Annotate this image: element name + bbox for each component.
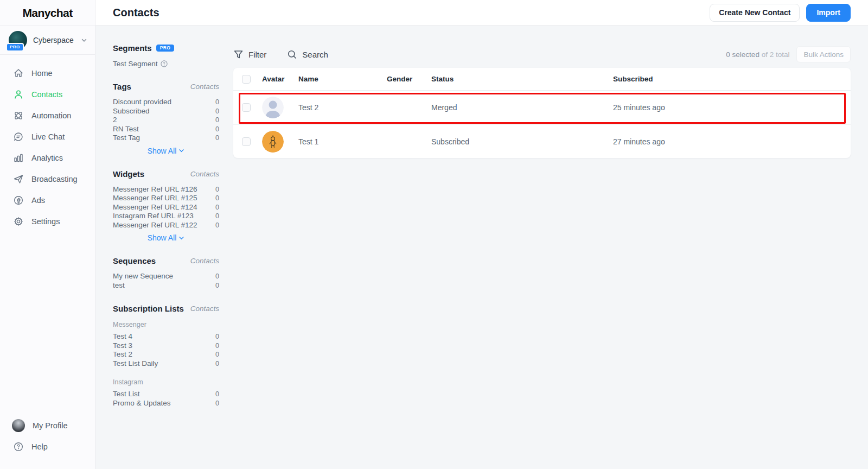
tag-count: 0	[215, 125, 219, 134]
question-circle-icon	[161, 60, 168, 67]
placeholder-avatar-icon	[262, 97, 284, 118]
widgets-show-all-link[interactable]: Show All	[113, 233, 219, 242]
contacts-icon	[13, 89, 24, 100]
contacts-column-label: Contacts	[190, 305, 219, 313]
segments-title: Segments	[113, 43, 152, 53]
list-item[interactable]: Test 40	[113, 332, 219, 341]
list-count: 0	[215, 332, 219, 341]
chevron-down-icon	[178, 148, 184, 154]
tag-item[interactable]: RN Test0	[113, 125, 219, 134]
tag-item[interactable]: Test Tag0	[113, 134, 219, 143]
widgets-title: Widgets	[113, 169, 144, 179]
widget-count: 0	[215, 185, 219, 194]
sequences-section: Sequences Contacts My new Sequence0 test…	[113, 256, 219, 290]
list-item[interactable]: Test 20	[113, 350, 219, 359]
profile-avatar	[12, 419, 25, 432]
widget-count: 0	[215, 194, 219, 203]
sidebar-item-contacts[interactable]: Contacts	[0, 84, 95, 105]
table-row[interactable]: Test 1 Subscribed 27 minutes ago	[233, 124, 851, 158]
logo[interactable]: Manychat	[0, 0, 95, 26]
search-icon	[287, 49, 297, 60]
row-checkbox[interactable]	[242, 103, 251, 112]
sidebar-item-live-chat[interactable]: Live Chat	[0, 126, 95, 147]
sidebar-item-ads[interactable]: Ads	[0, 189, 95, 211]
sidebar-item-label: Automation	[31, 111, 71, 120]
chevron-down-icon	[178, 235, 184, 241]
sidebar-item-my-profile[interactable]: My Profile	[0, 415, 95, 436]
column-header-avatar: Avatar	[262, 75, 298, 83]
contacts-column-label: Contacts	[190, 170, 219, 178]
sidebar-item-automation[interactable]: Automation	[0, 105, 95, 126]
chat-icon	[13, 131, 24, 142]
automation-icon	[13, 110, 24, 121]
selection-count: 0 selected of 2 total	[726, 50, 789, 59]
widget-item[interactable]: Messenger Ref URL #1250	[113, 194, 219, 203]
sequence-count: 0	[215, 281, 219, 290]
pro-badge: PRO	[156, 45, 175, 52]
create-new-contact-button[interactable]: Create New Contact	[710, 4, 800, 22]
search-button[interactable]: Search	[287, 49, 328, 60]
widget-item[interactable]: Messenger Ref URL #1220	[113, 221, 219, 230]
widget-item[interactable]: Messenger Ref URL #1260	[113, 185, 219, 194]
contacts-main: Filter Search 0 selected of 2 total Bulk…	[233, 46, 851, 158]
import-button[interactable]: Import	[806, 4, 851, 22]
list-count: 0	[215, 341, 219, 351]
list-item[interactable]: Test 30	[113, 341, 219, 351]
sidebar-footer: My Profile Help	[0, 415, 95, 457]
sidebar-item-label: Analytics	[31, 154, 63, 162]
sidebar-item-help[interactable]: Help	[0, 436, 95, 457]
bulk-actions-button[interactable]: Bulk Actions	[796, 46, 851, 62]
sidebar: Manychat PRO Cyberspace Home Contacts Au…	[0, 0, 95, 469]
pro-badge: PRO	[6, 43, 24, 52]
sidebar-item-home[interactable]: Home	[0, 62, 95, 84]
filter-button[interactable]: Filter	[233, 49, 266, 60]
paper-plane-icon	[13, 174, 24, 185]
row-checkbox[interactable]	[242, 137, 251, 146]
widget-item[interactable]: Messenger Ref URL #1240	[113, 203, 219, 212]
tag-count: 0	[215, 107, 219, 116]
brand-wordmark: Manychat	[22, 7, 72, 20]
list-count: 0	[215, 399, 219, 408]
page-title: Contacts	[113, 7, 159, 19]
contacts-column-label: Contacts	[190, 83, 219, 91]
tag-item[interactable]: 20	[113, 116, 219, 125]
workspace-avatar: PRO	[9, 31, 27, 49]
contacts-column-label: Contacts	[190, 257, 219, 265]
contact-subscribed: 27 minutes ago	[613, 137, 851, 146]
select-all-checkbox[interactable]	[242, 75, 251, 84]
widget-count: 0	[215, 221, 219, 230]
sequence-item[interactable]: My new Sequence0	[113, 272, 219, 281]
list-count: 0	[215, 390, 219, 399]
sidebar-item-broadcasting[interactable]: Broadcasting	[0, 168, 95, 189]
sequence-count: 0	[215, 272, 219, 281]
column-header-subscribed: Subscribed	[613, 75, 851, 83]
sidebar-item-label: Settings	[31, 217, 60, 226]
table-row[interactable]: Test 2 Merged 25 minutes ago	[233, 91, 851, 124]
list-count: 0	[215, 359, 219, 369]
workspace-name: Cyberspace	[33, 36, 74, 45]
list-item[interactable]: Test List0	[113, 390, 219, 399]
tags-show-all-link[interactable]: Show All	[113, 147, 219, 155]
help-icon	[13, 441, 24, 452]
chevron-down-icon	[81, 37, 87, 43]
list-count: 0	[215, 350, 219, 359]
sidebar-item-analytics[interactable]: Analytics	[0, 147, 95, 168]
sidebar-item-label: Broadcasting	[31, 175, 78, 183]
contacts-table: Avatar Name Gender Status Subscribed	[233, 68, 851, 158]
table-header-row: Avatar Name Gender Status Subscribed	[233, 68, 851, 91]
sidebar-item-settings[interactable]: Settings	[0, 211, 95, 232]
home-icon	[13, 68, 24, 79]
widget-item[interactable]: Instagram Ref URL #1230	[113, 212, 219, 221]
segment-item[interactable]: Test Segment	[113, 60, 219, 68]
facebook-ads-icon	[13, 195, 24, 206]
widgets-section: Widgets Contacts Messenger Ref URL #1260…	[113, 169, 219, 243]
tag-item[interactable]: Discount provided0	[113, 98, 219, 107]
list-item[interactable]: Test List Daily0	[113, 359, 219, 369]
column-header-gender: Gender	[387, 75, 431, 83]
list-item[interactable]: Promo & Updates0	[113, 399, 219, 408]
filter-icon	[233, 49, 244, 60]
workspace-switcher[interactable]: PRO Cyberspace	[0, 26, 95, 55]
sequence-item[interactable]: test0	[113, 281, 219, 290]
sidebar-item-label: Ads	[31, 196, 45, 205]
tag-item[interactable]: Subscribed0	[113, 107, 219, 116]
